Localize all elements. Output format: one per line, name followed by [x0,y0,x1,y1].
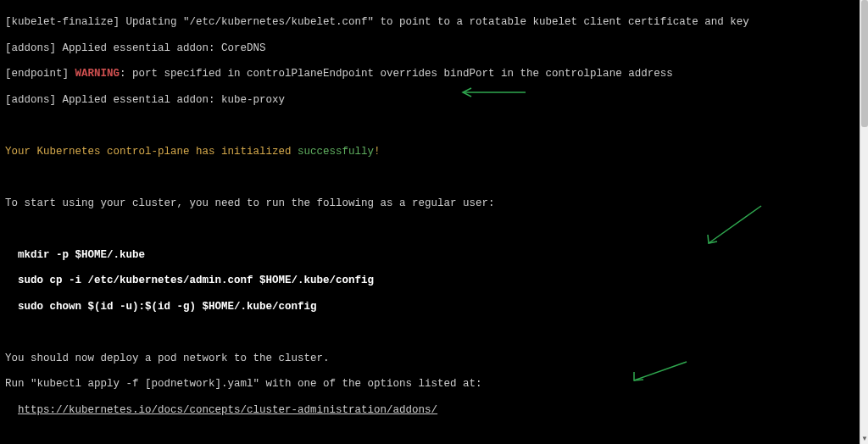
command-line: mkdir -p $HOME/.kube [5,249,854,262]
blank-line [5,326,854,339]
docs-link[interactable]: https://kubernetes.io/docs/concepts/clus… [18,404,437,416]
log-line: [addons] Applied essential addon: kube-p… [5,94,854,107]
instruction-line: Run "kubectl apply -f [podnetwork].yaml"… [5,378,854,391]
instruction-line: You should now deploy a pod network to t… [5,352,854,365]
log-line: [endpoint] WARNING: port specified in co… [5,68,854,80]
blank-line [5,119,854,132]
command-line: sudo cp -i /etc/kubernetes/admin.conf $H… [5,275,854,287]
blank-line [5,223,854,236]
blank-line [5,430,854,442]
log-line: [addons] Applied essential addon: CoreDN… [5,42,854,55]
link-line: https://kubernetes.io/docs/concepts/clus… [5,404,854,417]
blank-line [5,171,854,184]
instruction-line: To start using your cluster, you need to… [5,197,854,210]
init-success-message: Your Kubernetes control-plane has initia… [5,146,854,158]
vertical-scrollbar[interactable]: ▲ ▼ [860,0,868,444]
log-line: [kubelet-finalize] Updating "/etc/kubern… [5,16,854,29]
command-line: sudo chown $(id -u):$(id -g) $HOME/.kube… [5,301,854,314]
scroll-down-icon[interactable]: ▼ [860,434,868,444]
scrollbar-thumb[interactable] [861,0,868,127]
terminal-output[interactable]: [kubelet-finalize] Updating "/etc/kubern… [0,0,860,444]
warning-label: WARNING [75,68,120,80]
